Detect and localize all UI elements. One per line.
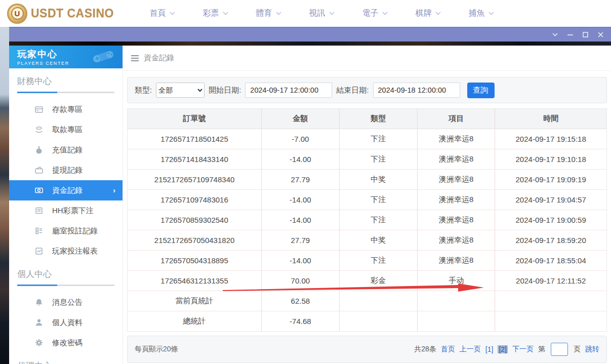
sidebar-item-label: 消息公告 xyxy=(52,298,83,307)
cell-order-no: 1726570859302540 xyxy=(128,210,262,230)
chevron-right-icon: › xyxy=(113,186,115,194)
nav-item-fishing[interactable]: 捕魚 xyxy=(455,8,508,19)
sidebar-item-label: 修改密碼 xyxy=(52,338,83,348)
gamepad-icon xyxy=(90,49,116,64)
sidebar-item-room-bet-records[interactable]: 廳室投註記錄 xyxy=(9,221,123,241)
sidebar-item-label: 充值記錄 xyxy=(52,145,83,155)
sidebar-item-recharge-records[interactable]: 充值記錄 xyxy=(9,140,123,160)
site-logo[interactable]: U USDT CASINO xyxy=(0,4,121,24)
sidebar-item-label: 資金記錄 xyxy=(52,186,83,195)
table-row: 1726570859302540-14.00下注澳洲幸运82024-09-17 … xyxy=(128,210,607,230)
cell-time: 2024-09-17 19:10:18 xyxy=(495,149,607,170)
nav-item-slots[interactable]: 電子 xyxy=(348,8,401,19)
section-underline xyxy=(17,285,114,286)
window-collapse-button[interactable] xyxy=(547,28,562,42)
table-footer-bar: 每頁顯示20條 共28条 首页 上一页 [1] [2] 下一页 第 页 跳转 xyxy=(127,336,607,363)
cell-item: 澳洲幸运8 xyxy=(417,230,495,251)
prev-page-link[interactable]: 上一页 xyxy=(460,345,481,354)
nav-label: 彩票 xyxy=(203,8,219,19)
cell-amount: -14.00 xyxy=(262,210,339,230)
sidebar-item-deposit-zone[interactable]: 存款專區 xyxy=(9,99,123,119)
next-page-link[interactable]: 下一页 xyxy=(512,345,534,354)
cell-item: 澳洲幸运8 xyxy=(417,170,495,190)
breadcrumb: 資金記錄 xyxy=(123,46,611,71)
cell-time xyxy=(495,311,607,332)
cell-amount: -7.00 xyxy=(262,129,339,149)
table-row-page-stats: 當前頁統計62.58 xyxy=(128,291,607,311)
cell-type xyxy=(339,311,417,332)
cell-type: 下注 xyxy=(339,251,417,271)
nav-item-sports[interactable]: 體育 xyxy=(242,8,295,19)
sidebar-item-announcements[interactable]: 消息公告 xyxy=(9,292,123,312)
deposit-card-icon xyxy=(34,105,44,114)
nav-label: 視訊 xyxy=(309,8,325,19)
menu-icon[interactable] xyxy=(131,55,139,61)
cell-item xyxy=(417,311,495,332)
chevron-down-icon xyxy=(276,12,281,15)
cash-send-icon xyxy=(34,166,44,175)
sidebar-item-withdraw-zone[interactable]: 取款專區 xyxy=(9,119,123,140)
page-1-link[interactable]: [1] xyxy=(485,345,494,353)
section-title-finance: 財務中心 xyxy=(17,75,114,87)
end-date-input[interactable] xyxy=(373,83,460,98)
close-icon xyxy=(598,32,603,37)
cell-order-no: 1726570504318895 xyxy=(128,251,262,271)
nav-label: 捕魚 xyxy=(469,8,485,19)
cell-type: 下注 xyxy=(339,149,417,170)
coin-logo-icon: U xyxy=(7,4,27,24)
cell-amount: 27.79 xyxy=(262,230,339,251)
cell-item: 澳洲幸运8 xyxy=(417,251,495,271)
jump-prefix-label: 第 xyxy=(538,345,545,354)
pagination: 共28条 首页 上一页 [1] [2] 下一页 第 页 跳转 xyxy=(414,343,599,356)
chevron-down-icon xyxy=(552,33,558,36)
background-photo-strip xyxy=(9,42,611,46)
sidebar-item-funds-records[interactable]: 資金記錄 › xyxy=(9,180,123,200)
ticket-list-icon xyxy=(34,206,44,215)
cell-item: 澳洲幸运8 xyxy=(417,190,495,210)
type-select[interactable]: 全部 xyxy=(156,83,205,98)
sidebar-item-label: HH彩票下注 xyxy=(52,206,94,216)
search-button[interactable]: 查詢 xyxy=(467,83,495,98)
window-maximize-button[interactable] xyxy=(578,28,593,42)
first-page-link[interactable]: 首页 xyxy=(441,345,455,354)
sidebar-item-hh-lottery-bets[interactable]: HH彩票下注 xyxy=(9,200,123,221)
table-header-row: 訂單號 金額 類型 項目 時間 xyxy=(128,109,607,129)
nav-item-lottery[interactable]: 彩票 xyxy=(189,8,242,19)
cell-time: 2024-09-17 19:00:59 xyxy=(495,210,607,230)
table-row: 1726571718501425-7.00下注澳洲幸运82024-09-17 1… xyxy=(128,129,607,149)
sidebar-item-label: 提現記錄 xyxy=(52,166,83,175)
cell-type: 下注 xyxy=(339,129,417,149)
window-close-button[interactable] xyxy=(593,28,608,42)
section-title-agent: 代理中心 xyxy=(17,360,114,364)
sidebar-item-change-password[interactable]: 修改密碼 xyxy=(9,333,123,353)
sidebar-item-profile[interactable]: 個人資料 xyxy=(9,312,123,333)
coin-letter: U xyxy=(11,7,24,20)
sidebar-item-label: 廳室投註記錄 xyxy=(52,226,98,236)
section-title-personal: 個人中心 xyxy=(17,268,114,280)
table-row: 172654631213135570.00彩金手动2024-09-17 12:1… xyxy=(128,271,607,291)
page-2-current[interactable]: [2] xyxy=(498,345,508,353)
cell-type xyxy=(339,291,417,311)
sidebar-item-withdrawal-records[interactable]: 提現記錄 xyxy=(9,160,123,180)
cell-time xyxy=(495,291,607,311)
nav-item-live[interactable]: 視訊 xyxy=(295,8,348,19)
person-icon xyxy=(34,318,44,327)
cell-order-no: 1726571418433140 xyxy=(128,149,262,170)
column-amount: 金額 xyxy=(262,109,339,129)
jump-page-input[interactable] xyxy=(551,343,568,356)
sidebar-item-label: 存款專區 xyxy=(52,105,83,114)
sidebar-header: 玩家中心 PLAYERS CENTER xyxy=(9,46,123,68)
nav-item-home[interactable]: 首頁 xyxy=(136,8,189,19)
start-date-input[interactable] xyxy=(245,83,332,98)
cell-type: 中奖 xyxy=(339,170,417,190)
per-page-label: 每頁顯示20條 xyxy=(135,345,178,354)
window-minimize-button[interactable] xyxy=(562,28,578,42)
nav-item-cards[interactable]: 棋牌 xyxy=(401,8,455,19)
jump-go-link[interactable]: 跳转 xyxy=(585,345,599,354)
main-panel: 資金記錄 類型: 全部 開始日期: 結束日期: 查詢 xyxy=(123,46,611,364)
sidebar-item-player-bet-report[interactable]: 玩家投注報表 xyxy=(9,241,123,261)
cell-order-no: 1726546312131355 xyxy=(128,271,262,291)
cell-stats-label: 當前頁統計 xyxy=(128,291,262,311)
bell-icon xyxy=(34,298,44,307)
table-row-total-stats: 總統計-74.68 xyxy=(128,311,607,332)
